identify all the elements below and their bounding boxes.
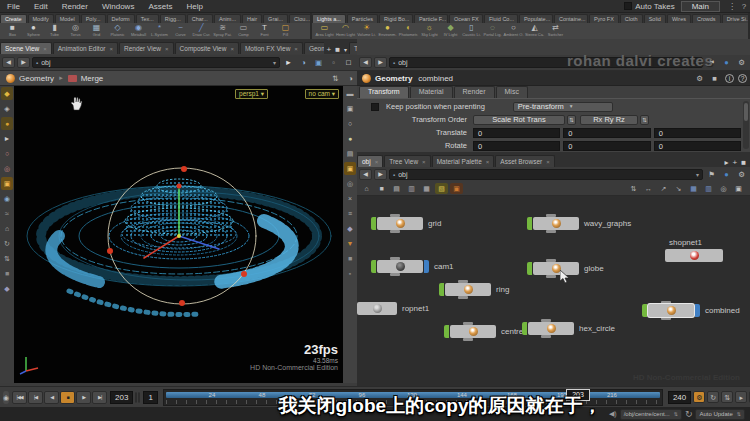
take-selector[interactable]: Main bbox=[681, 1, 720, 12]
menu-item[interactable]: File bbox=[0, 2, 27, 11]
shelf-tool[interactable]: ⇄ Switcher bbox=[545, 23, 566, 37]
shelf-tool[interactable]: ▮ Tube bbox=[44, 23, 65, 37]
render-flag[interactable] bbox=[424, 260, 429, 273]
display-option-icon[interactable]: ≡ bbox=[344, 207, 356, 220]
viewport-tool-icon[interactable]: ▣ bbox=[1, 177, 13, 190]
viewport-tool-icon[interactable]: ◆ bbox=[1, 282, 13, 295]
shelf-tab[interactable]: Drive Si... bbox=[722, 14, 748, 23]
back-button[interactable]: ◀ bbox=[2, 57, 15, 68]
display-option-icon[interactable]: ■ bbox=[344, 252, 356, 265]
shelf-tool[interactable]: ● Environm. bbox=[377, 23, 398, 37]
network-tool-icon[interactable]: ⇅ bbox=[627, 183, 640, 194]
close-tab-icon[interactable]: × bbox=[109, 46, 113, 52]
network-tool-icon[interactable]: ▥ bbox=[702, 183, 715, 194]
shelf-tool[interactable]: ◭ Stereo Ca. bbox=[524, 23, 545, 37]
shelf-tab[interactable]: Tex... bbox=[136, 14, 159, 23]
shelf-tab[interactable]: Particle F... bbox=[414, 14, 448, 23]
node-ropnet1[interactable]: ropnet1 bbox=[357, 302, 397, 315]
shelf-tool[interactable]: ■ Box bbox=[2, 23, 23, 37]
pane-tab[interactable]: Motion FX View × bbox=[240, 42, 303, 54]
menu-item[interactable]: Help bbox=[179, 2, 209, 11]
pane-tab[interactable]: Animation Editor × bbox=[53, 42, 118, 54]
rotate-y-field[interactable]: 0 bbox=[563, 141, 650, 151]
network-path-field[interactable]: ▪ obj ▾ bbox=[389, 169, 703, 180]
shelf-tool[interactable]: ▭ Area Light bbox=[314, 23, 335, 37]
shelf-tab[interactable]: Lights a... bbox=[312, 14, 346, 23]
display-flag[interactable] bbox=[371, 217, 376, 230]
close-tab-icon[interactable]: × bbox=[43, 46, 47, 52]
network-tool-icon[interactable]: ▥ bbox=[405, 183, 418, 194]
close-tab-icon[interactable]: × bbox=[486, 159, 490, 165]
network-tool-icon[interactable]: ■ bbox=[375, 183, 388, 194]
shelf-tool[interactable]: ☀ Volume Li. bbox=[356, 23, 377, 37]
display-flag[interactable] bbox=[522, 322, 527, 335]
new-tab-icon[interactable]: + bbox=[326, 45, 331, 54]
display-option-icon[interactable]: ▣ bbox=[344, 102, 356, 115]
shelf-tab[interactable]: Particles bbox=[347, 14, 378, 23]
flag-icon[interactable]: ⚑ bbox=[705, 169, 718, 180]
shelf-tool[interactable]: ◐ Photometr. bbox=[398, 23, 419, 37]
node-cam1[interactable]: cam1 bbox=[371, 260, 429, 273]
viewport-tool-icon[interactable]: ◈ bbox=[1, 102, 13, 115]
shelf-tool[interactable]: ▭ Comp bbox=[233, 23, 254, 37]
shelf-tab[interactable]: Poly... bbox=[81, 14, 106, 23]
translate-x-field[interactable]: 0 bbox=[473, 128, 560, 138]
new-tab-icon[interactable]: + bbox=[732, 158, 737, 167]
parameter-tab[interactable]: Material bbox=[410, 86, 453, 98]
menu-item[interactable]: Render bbox=[55, 2, 95, 11]
network-tool-icon[interactable]: ▤ bbox=[390, 183, 403, 194]
viewport-tool-icon[interactable]: ◎ bbox=[1, 162, 13, 175]
pathbar-icon[interactable]: □ bbox=[342, 57, 355, 68]
forward-button[interactable]: ▶ bbox=[374, 57, 387, 68]
viewport-tool-icon[interactable]: ○ bbox=[1, 147, 13, 160]
close-tab-icon[interactable]: × bbox=[546, 159, 550, 165]
parameter-tab[interactable]: Misc bbox=[496, 86, 528, 98]
parameter-tab[interactable]: Render bbox=[454, 86, 495, 98]
viewport-tool-icon[interactable]: ► bbox=[1, 132, 13, 145]
gear-icon[interactable]: ⚙ bbox=[735, 169, 748, 180]
help-icon[interactable]: ? bbox=[738, 74, 747, 83]
close-tab-icon[interactable]: × bbox=[422, 159, 426, 165]
node-ring[interactable]: ring bbox=[439, 283, 491, 296]
node-hex-circle[interactable]: hex_circle bbox=[522, 322, 574, 335]
network-tool-icon[interactable]: ▧ bbox=[435, 183, 448, 194]
forward-button[interactable]: ▶ bbox=[17, 57, 30, 68]
network-tool-icon[interactable]: ↔ bbox=[642, 183, 655, 194]
viewport-tool-icon[interactable]: ■ bbox=[1, 267, 13, 280]
menu-item[interactable]: Assets bbox=[141, 2, 179, 11]
display-option-icon[interactable]: ● bbox=[344, 132, 356, 145]
close-tab-icon[interactable]: × bbox=[294, 46, 298, 52]
network-tool-icon[interactable]: ▣ bbox=[732, 183, 745, 194]
translate-z-field[interactable]: 0 bbox=[654, 128, 741, 138]
shelf-tool[interactable]: ◌ Portal Lig. bbox=[482, 23, 503, 37]
shelf-tab[interactable]: Create bbox=[0, 14, 27, 23]
persp-view-chip[interactable]: persp1 ▾ bbox=[235, 89, 268, 99]
network-tool-icon[interactable]: ↘ bbox=[672, 183, 685, 194]
info-icon[interactable]: i bbox=[725, 74, 734, 83]
shelf-tab[interactable]: Modify bbox=[28, 14, 54, 23]
shelf-tool[interactable]: ╱ Draw Cur. bbox=[191, 23, 212, 37]
pathbar-icon[interactable]: ▣ bbox=[312, 57, 325, 68]
render-flag[interactable] bbox=[695, 304, 700, 317]
display-option-icon[interactable]: × bbox=[344, 192, 356, 205]
display-flag[interactable] bbox=[439, 283, 444, 296]
rotate-z-field[interactable]: 0 bbox=[654, 141, 741, 151]
display-flag[interactable] bbox=[371, 260, 376, 273]
shelf-tab[interactable]: Pyro FX bbox=[589, 14, 619, 23]
path-dropdown-icon[interactable]: ▾ bbox=[696, 171, 699, 178]
shelf-tab[interactable]: Char... bbox=[187, 14, 213, 23]
shelf-tab[interactable]: Rigg... bbox=[160, 14, 186, 23]
shelf-tool[interactable]: ~ Curve bbox=[170, 23, 191, 37]
network-tool-icon[interactable]: ▦ bbox=[420, 183, 433, 194]
camera-chip[interactable]: no cam ▾ bbox=[305, 89, 339, 99]
pane-menu-icon[interactable]: ▾ bbox=[344, 46, 347, 53]
shelf-tool[interactable]: ○ Ambient O. bbox=[503, 23, 524, 37]
rotate-order-stepper[interactable]: ⇅ bbox=[640, 115, 649, 125]
node-shopnet1[interactable]: shopnet1 bbox=[665, 249, 723, 262]
pane-tab[interactable]: Render View × bbox=[119, 42, 174, 54]
path-dropdown-icon[interactable]: ▾ bbox=[273, 59, 276, 66]
close-tab-icon[interactable]: × bbox=[165, 46, 169, 52]
pane-tab[interactable]: Tree View × bbox=[384, 155, 430, 167]
shelf-tab[interactable]: Fluid Co... bbox=[484, 14, 518, 23]
help-icon[interactable]: ? bbox=[738, 2, 750, 11]
